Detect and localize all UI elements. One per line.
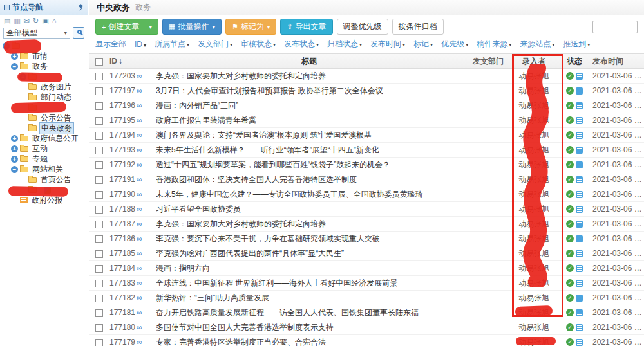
row-checkbox[interactable] — [95, 87, 103, 95]
adjust-priority-button[interactable]: 调整优先级 — [337, 19, 388, 35]
article-title-link[interactable]: 李克强：国家要加大对乡村教师的委托和定向培养 — [156, 71, 326, 80]
row-checkbox[interactable] — [95, 73, 103, 80]
link-icon[interactable]: ∞ — [137, 219, 142, 228]
mark-as-button[interactable]: ⚑标记为▾ — [225, 19, 276, 35]
column-header-department[interactable]: 发文部门 — [468, 56, 509, 67]
export-articles-button[interactable]: ⇧导出文章 — [280, 19, 332, 35]
link-icon[interactable]: ∞ — [137, 175, 142, 184]
expand-icon[interactable]: + — [11, 145, 18, 152]
link-icon[interactable]: ∞ — [137, 190, 142, 199]
link-icon[interactable]: ∞ — [137, 145, 142, 154]
row-checkbox[interactable] — [95, 309, 103, 317]
row-checkbox[interactable] — [95, 235, 103, 243]
link-icon[interactable]: ∞ — [137, 160, 142, 169]
article-title-link[interactable]: 3月7日：人代会审查计划报告和预算报告 政协举行第二次全体会议 — [156, 86, 383, 95]
link-icon[interactable]: ∞ — [137, 249, 142, 258]
link-icon[interactable]: ∞ — [137, 234, 142, 243]
filter-item[interactable]: 优先级▾ — [441, 39, 468, 50]
filter-item[interactable]: ID▾ — [135, 40, 146, 49]
select-all-checkbox[interactable] — [95, 58, 103, 66]
sidebar-tree-item[interactable]: 部门动态 — [0, 92, 88, 102]
link-icon[interactable]: ∞ — [137, 308, 142, 317]
article-title-link[interactable]: 澳门各界及舆论：支持“爱国者治澳”根本原则 筑牢爱国爱澳根基 — [156, 131, 372, 140]
row-checkbox[interactable] — [95, 132, 103, 140]
article-title-link[interactable]: 奋力开启铁路高质量发展新征程——访全国人大代表、国铁集团董事长陆东福 — [156, 308, 419, 317]
filter-item[interactable]: 审核状态▾ — [241, 39, 276, 50]
model-filter-select[interactable]: 全部模型 ▾ — [3, 28, 70, 39]
article-title-link[interactable]: 多国使节对中国全国人大完善香港选举制度表示支持 — [156, 323, 334, 332]
article-title-link[interactable]: 新华热评：“三问”助力高质量发展 — [156, 293, 269, 302]
filter-item[interactable]: 推送到▾ — [563, 39, 590, 50]
article-title-link[interactable]: 李克强为啥对广西团代表提出的两件“具体事”显“大民生” — [156, 249, 344, 258]
article-title-link[interactable]: 政府工作报告里装满青年希冀 — [156, 116, 256, 125]
tree-search-button[interactable] — [73, 27, 84, 39]
row-checkbox[interactable] — [95, 250, 103, 258]
article-title-link[interactable]: 漫画：内外销产品“三同” — [156, 101, 238, 110]
column-header-date[interactable]: 发布时间 — [590, 56, 644, 67]
link-icon[interactable]: ∞ — [137, 116, 142, 125]
search-input[interactable] — [592, 21, 638, 33]
mail-icon[interactable]: ✉ — [24, 15, 30, 26]
link-icon[interactable]: ∞ — [137, 293, 142, 302]
article-title-link[interactable]: 未来5年，健康中国怎么建？——专访全国政协委员王辰、全国政协委员黄璐琦 — [156, 190, 423, 199]
sidebar-tree-item[interactable]: +专题 — [0, 154, 88, 164]
doc-tree-icon[interactable]: ▤ — [4, 15, 10, 26]
row-checkbox[interactable] — [95, 147, 103, 154]
link-icon[interactable]: ∞ — [137, 86, 142, 95]
filter-item[interactable]: 发布时间▾ — [370, 39, 405, 50]
row-checkbox[interactable] — [95, 295, 103, 302]
row-checkbox[interactable] — [95, 161, 103, 169]
link-icon[interactable]: ∞ — [137, 71, 142, 80]
filter-item[interactable]: 所属节点▾ — [155, 39, 189, 50]
article-title-link[interactable]: 漫画：指明方向 — [156, 264, 210, 273]
article-title-link[interactable]: 习近平看望全国政协委员 — [156, 205, 241, 214]
filter-item[interactable]: 标记▾ — [413, 39, 433, 50]
refresh-icon[interactable]: ↻ — [33, 15, 39, 26]
article-title-link[interactable]: 李克强：要沉下心来不受干扰，力争在基础研究领域实现重大突破 — [156, 234, 380, 243]
row-checkbox[interactable] — [95, 221, 103, 228]
article-title-link[interactable]: 香港政团和团体：坚决支持全国人大完善香港特区选举制度 — [156, 175, 357, 184]
sidebar-tree-item[interactable]: 政务图片 — [0, 82, 88, 92]
filter-item[interactable]: 归档状态▾ — [327, 39, 362, 50]
article-title-link[interactable]: 全球连线：中国新征程 世界新红利——海外人士看好中国经济发展前景 — [156, 278, 397, 287]
column-header-status[interactable]: 状态 — [559, 56, 590, 67]
batch-operations-button[interactable]: ▦批量操作▾ — [162, 19, 222, 35]
pin-icon[interactable] — [78, 4, 84, 12]
link-icon[interactable]: ∞ — [137, 264, 142, 273]
row-checkbox[interactable] — [95, 176, 103, 184]
filter-item[interactable]: 来源站点▾ — [520, 39, 554, 50]
preview-icon[interactable]: ▣ — [42, 15, 48, 26]
create-article-button[interactable]: +创建文章▾ — [95, 19, 158, 35]
article-title-link[interactable]: 未来5年生活什么新模样？——听行业“领军者”展望“十四五”新变化 — [156, 145, 379, 154]
link-icon[interactable]: ∞ — [137, 338, 142, 346]
home-icon[interactable]: ⌂ — [52, 15, 57, 26]
row-checkbox[interactable] — [95, 117, 103, 125]
row-checkbox[interactable] — [95, 191, 103, 199]
expand-icon[interactable]: + — [11, 135, 18, 142]
sidebar-tree-item[interactable]: +互动 — [0, 143, 88, 154]
sidebar-tree-item[interactable]: +政府信息公开 — [0, 133, 88, 143]
filter-item[interactable]: 发布状态▾ — [284, 39, 319, 50]
filter-item[interactable]: 发文部门▾ — [198, 39, 232, 50]
article-title-link[interactable]: 透过“十四五”规划纲要草案，能看到哪些百姓“钱袋子”鼓起来的机会？ — [156, 160, 390, 169]
article-title-link[interactable]: 专家：完善香港特区选举制度正当必要、合宪合法 — [156, 338, 326, 346]
row-checkbox[interactable] — [95, 324, 103, 332]
link-icon[interactable]: ∞ — [137, 131, 142, 140]
sidebar-tree-item[interactable]: 政府公报 — [0, 195, 88, 205]
column-header-id[interactable]: ID↓ — [109, 57, 156, 66]
link-icon[interactable]: ∞ — [137, 205, 142, 214]
row-checkbox[interactable] — [95, 206, 103, 214]
sidebar-tree-item[interactable]: 首页公告 — [0, 174, 88, 185]
article-title-link[interactable]: 李克强：国家要加大对乡村教师的委托和定向培养 — [156, 219, 326, 228]
collapse-icon[interactable]: − — [11, 63, 18, 70]
expand-icon[interactable]: + — [11, 156, 18, 163]
sidebar-tree-item[interactable]: −网站相关 — [0, 164, 88, 174]
link-icon[interactable]: ∞ — [137, 323, 142, 332]
copy-node-icon[interactable]: ▥ — [14, 15, 20, 26]
row-checkbox[interactable] — [95, 280, 103, 287]
filter-item[interactable]: 稿件来源▾ — [477, 39, 511, 50]
link-icon[interactable]: ∞ — [137, 278, 142, 287]
link-icon[interactable]: ∞ — [137, 101, 142, 110]
sidebar-tree-item[interactable]: 中央政务 — [0, 123, 88, 133]
row-checkbox[interactable] — [95, 339, 103, 346]
